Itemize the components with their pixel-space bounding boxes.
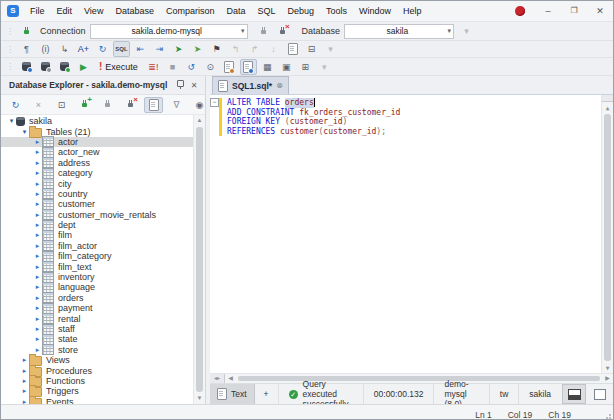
scroll-down-icon[interactable]: ▼ — [602, 362, 613, 373]
menu-view[interactable]: View — [78, 1, 109, 21]
start-debugging-icon[interactable]: ▶ — [75, 59, 92, 75]
editor-vscrollbar[interactable]: ▲ ▼ — [601, 95, 613, 373]
tree-node-table-orders[interactable]: ▸orders — [1, 293, 193, 303]
connection-select[interactable]: sakila.demo-mysql ▾ — [90, 24, 248, 39]
tree-expand-icon[interactable]: ▸ — [33, 200, 42, 208]
execute-script-icon[interactable]: ≣! — [145, 59, 162, 75]
disconnect-icon[interactable]: × — [121, 97, 140, 113]
scroll-thumb[interactable] — [604, 114, 611, 361]
add-results-tab-button[interactable]: + — [255, 384, 279, 404]
filter-icon[interactable]: ∇ — [167, 97, 186, 113]
tree-expand-icon[interactable]: ▸ — [33, 325, 42, 333]
execute-button[interactable]: ! Execute — [95, 60, 142, 74]
close-panel-icon[interactable]: ✕ — [187, 81, 201, 90]
code-line-4[interactable]: REFERENCES customer(customer_id); — [210, 127, 601, 137]
attach-debugger-icon[interactable]: ➤ — [189, 41, 206, 57]
editor-hscrollbar[interactable]: ◂▸ ◀ ▶ — [210, 373, 613, 383]
menu-comparison[interactable]: Comparison — [160, 1, 221, 21]
tree-node-table-inventory[interactable]: ▸inventory — [1, 272, 193, 282]
tree-collapse-icon[interactable]: ▾ — [20, 128, 29, 136]
database-tasks-icon[interactable] — [37, 59, 54, 75]
tab-sql1[interactable]: SQL1.sql* ⊗ — [212, 76, 289, 94]
tree-expand-icon[interactable]: ▸ — [20, 387, 29, 395]
tree-expand-icon[interactable]: ▸ — [33, 304, 42, 312]
connect-icon[interactable] — [98, 97, 117, 113]
document-outline-icon[interactable]: ⊟ — [303, 41, 320, 57]
tree-expand-icon[interactable]: ▸ — [33, 138, 42, 146]
tree-node-table-country[interactable]: ▸country — [1, 189, 193, 199]
scroll-up-icon[interactable]: ▲ — [194, 115, 205, 126]
tree-expand-icon[interactable]: ▸ — [33, 190, 42, 198]
minimize-button[interactable]: – — [535, 1, 561, 21]
database-select[interactable]: sakila ▾ — [344, 24, 454, 39]
code-line-2[interactable]: ADD CONSTRAINT fk_orders_customer_id — [210, 108, 601, 118]
menu-window[interactable]: Window — [353, 1, 397, 21]
tree-node-table-actor[interactable]: ▸actor — [1, 137, 193, 147]
tree-node-table-film_actor[interactable]: ▸film_actor — [1, 241, 193, 251]
menu-file[interactable]: File — [24, 1, 51, 21]
tree-node-table-customer[interactable]: ▸customer — [1, 199, 193, 209]
results-pane-bottom-toggle[interactable] — [562, 384, 586, 404]
tree-node-table-address[interactable]: ▸address — [1, 158, 193, 168]
tree-node-table-city[interactable]: ▸city — [1, 178, 193, 188]
refresh-icon[interactable]: ↻ — [6, 97, 25, 113]
tree-node-table-actor_new[interactable]: ▸actor_new — [1, 147, 193, 157]
tree-expand-icon[interactable]: ▸ — [33, 315, 42, 323]
tree-node-table-category[interactable]: ▸category — [1, 168, 193, 178]
format-document-icon[interactable]: ¶ — [18, 41, 35, 57]
menu-tools[interactable]: Tools — [320, 1, 353, 21]
delete-icon[interactable]: × — [29, 97, 48, 113]
duplicate-window-icon[interactable]: ⊡ — [52, 97, 71, 113]
go-to-object-icon[interactable]: ↳ — [56, 41, 73, 57]
explorer-scrollbar[interactable]: ▲ ▼ — [193, 115, 205, 404]
scroll-left-icon[interactable]: ◀ — [225, 374, 236, 383]
tree-node-table-film_text[interactable]: ▸film_text — [1, 261, 193, 271]
increase-indent-icon[interactable]: ⇥ — [151, 41, 168, 57]
tree-node-table-rental[interactable]: ▸rental — [1, 313, 193, 323]
tree-expand-icon[interactable]: ▸ — [33, 346, 42, 354]
uppercase-keywords-icon[interactable]: A+ — [75, 41, 92, 57]
menu-edit[interactable]: Edit — [51, 1, 79, 21]
fold-marker-icon[interactable]: − — [210, 98, 219, 107]
menu-debug[interactable]: Debug — [281, 1, 320, 21]
tree-node-views[interactable]: ▸Views — [1, 355, 193, 365]
export-results-icon[interactable] — [221, 59, 238, 75]
scroll-up-icon[interactable]: ▲ — [602, 102, 613, 113]
show-documents-icon[interactable] — [144, 97, 163, 113]
tree-node-triggers[interactable]: ▸Triggers — [1, 386, 193, 396]
refresh-completion-icon[interactable]: ↻ — [94, 41, 111, 57]
tree-expand-icon[interactable]: ▸ — [33, 294, 42, 302]
tree-expand-icon[interactable]: ▸ — [33, 242, 42, 250]
tree-expand-icon[interactable]: ▸ — [33, 231, 42, 239]
menu-sql[interactable]: SQL — [251, 1, 281, 21]
tree-expand-icon[interactable]: ▸ — [33, 169, 42, 177]
tree-collapse-icon[interactable]: ▾ — [7, 117, 16, 125]
parameter-information-icon[interactable]: (i) — [37, 41, 54, 57]
tree-expand-icon[interactable]: ▸ — [33, 252, 42, 260]
execute-to-cursor-icon[interactable]: ➤ — [170, 41, 187, 57]
tree-expand-icon[interactable]: ▸ — [20, 356, 29, 364]
tree-expand-icon[interactable]: ▸ — [20, 367, 29, 375]
pin-icon[interactable] — [173, 81, 187, 90]
toolbar-overflow-icon[interactable]: ▾ — [316, 59, 333, 75]
tree-node-sakila[interactable]: ▾sakila — [1, 116, 193, 126]
tree-expand-icon[interactable]: ▸ — [33, 263, 42, 271]
tree-node-table-state[interactable]: ▸state — [1, 334, 193, 344]
toolbar-overflow-icon[interactable]: ▾ — [458, 23, 475, 39]
tab-close-icon[interactable]: ⊗ — [276, 81, 283, 90]
tree-node-table-payment[interactable]: ▸payment — [1, 303, 193, 313]
tree-node-table-language[interactable]: ▸language — [1, 282, 193, 292]
results-pane-hidden-toggle[interactable] — [588, 384, 612, 404]
tree-expand-icon[interactable]: ▸ — [33, 211, 42, 219]
editor-hsplitter-grip[interactable]: ◂▸ — [210, 374, 225, 383]
new-connection-icon[interactable]: + — [75, 97, 94, 113]
edit-document-icon[interactable] — [240, 59, 257, 75]
menu-help[interactable]: Help — [397, 1, 428, 21]
disconnect-icon[interactable]: × — [274, 23, 291, 39]
tree-expand-icon[interactable]: ▸ — [33, 335, 42, 343]
editor-splitter-grip[interactable] — [602, 95, 613, 102]
connection-disabled-icon[interactable] — [255, 23, 272, 39]
new-query-icon[interactable] — [18, 59, 35, 75]
tree-expand-icon[interactable]: ▸ — [33, 148, 42, 156]
window-layout-icon[interactable]: ⊞ — [297, 59, 314, 75]
